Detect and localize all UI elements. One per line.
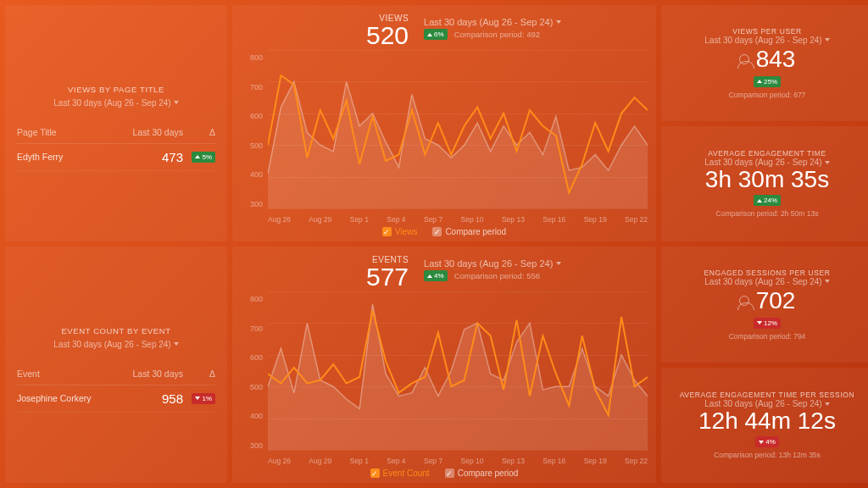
chevron-down-icon — [825, 161, 830, 164]
delta-badge: 12% — [754, 318, 781, 329]
chart-plot-events: Aug 26Aug 29Sep 1Sep 4Sep 7Sep 10Sep 13S… — [268, 291, 648, 465]
stat-value: 12h 44m 12s — [698, 408, 836, 435]
user-icon — [739, 54, 749, 64]
comparison-label: Comparison period: 492 — [454, 30, 540, 39]
legend-views[interactable]: ✓Views — [382, 227, 418, 236]
chart-total: 577 — [366, 264, 409, 290]
panel-title: EVENT COUNT BY EVENT — [17, 326, 215, 336]
delta-badge: 4% — [424, 270, 448, 281]
checkbox-icon: ✓ — [382, 227, 392, 236]
events-by-event-panel: EVENT COUNT BY EVENT Last 30 days (Aug 2… — [5, 247, 227, 483]
date-range-selector[interactable]: Last 30 days (Aug 26 - Sep 24) — [704, 36, 829, 45]
delta-badge: 4% — [755, 436, 779, 447]
chevron-down-icon — [825, 280, 830, 283]
views-by-page-panel: VIEWS BY PAGE TITLE Last 30 days (Aug 26… — [5, 5, 227, 241]
legend-compare[interactable]: ✓Compare period — [432, 227, 506, 236]
views-chart-panel: VIEWS 520 Last 30 days (Aug 26 - Sep 24)… — [232, 5, 656, 241]
legend-event-count[interactable]: ✓Event Count — [370, 469, 430, 478]
stat-value: 702 — [756, 288, 796, 314]
delta-badge: 5% — [192, 152, 215, 163]
y-axis: 800700600500400300 — [241, 291, 268, 465]
chart-total: 520 — [366, 23, 409, 48]
x-axis: Aug 26Aug 29Sep 1Sep 4Sep 7Sep 10Sep 13S… — [268, 457, 648, 465]
delta-badge: 25% — [754, 76, 781, 87]
chevron-down-icon — [556, 262, 561, 265]
date-range-selector[interactable]: Last 30 days (Aug 26 - Sep 24) — [704, 277, 829, 286]
date-range-selector[interactable]: Last 30 days (Aug 26 - Sep 24) — [424, 258, 561, 269]
table-header: EventLast 30 daysΔ — [17, 363, 215, 385]
delta-badge: 6% — [424, 29, 448, 40]
table-row[interactable]: Edyth Ferry 473 5% — [17, 144, 215, 171]
date-range-selector[interactable]: Last 30 days (Aug 26 - Sep 24) — [424, 17, 561, 27]
panel-title: VIEWS BY PAGE TITLE — [17, 85, 215, 94]
avg-session-time-panel: AVERAGE ENGAGEMENT TIME PER SESSION Last… — [661, 368, 868, 484]
chevron-down-icon — [174, 101, 179, 104]
stat-value: 843 — [756, 47, 796, 73]
checkbox-icon: ✓ — [370, 469, 380, 478]
chevron-down-icon — [825, 38, 830, 42]
chart-plot-views: Aug 26Aug 29Sep 1Sep 4Sep 7Sep 10Sep 13S… — [268, 50, 648, 224]
events-chart-panel: EVENTS 577 Last 30 days (Aug 26 - Sep 24… — [232, 247, 656, 483]
views-per-user-panel: VIEWS PER USER Last 30 days (Aug 26 - Se… — [661, 5, 868, 121]
checkbox-icon: ✓ — [432, 227, 442, 236]
y-axis: 800700600500400300 — [241, 50, 268, 224]
comparison-label: Comparison period: 556 — [454, 271, 540, 280]
delta-badge: 1% — [192, 393, 215, 404]
svg-marker-1 — [268, 304, 648, 450]
chevron-down-icon — [825, 402, 830, 406]
row-name: Edyth Ferry — [17, 152, 124, 162]
svg-marker-0 — [268, 81, 648, 208]
row-name: Josephine Corkery — [17, 393, 124, 403]
chevron-down-icon — [174, 342, 179, 346]
legend-compare[interactable]: ✓Compare period — [445, 469, 519, 478]
table-row[interactable]: Josephine Corkery 958 1% — [17, 385, 215, 413]
row-value: 473 — [124, 150, 183, 164]
sessions-per-user-panel: ENGAGED SESSIONS PER USER Last 30 days (… — [661, 247, 868, 363]
delta-badge: 24% — [754, 195, 781, 206]
chevron-down-icon — [556, 20, 561, 24]
row-value: 958 — [124, 391, 183, 406]
checkbox-icon: ✓ — [445, 469, 454, 478]
user-icon — [739, 296, 749, 306]
avg-engagement-panel: AVERAGE ENGAGEMENT TIME Last 30 days (Au… — [661, 126, 868, 242]
x-axis: Aug 26Aug 29Sep 1Sep 4Sep 7Sep 10Sep 13S… — [268, 215, 648, 224]
table-header: Page TitleLast 30 daysΔ — [17, 121, 215, 144]
date-range-selector[interactable]: Last 30 days (Aug 26 - Sep 24) — [53, 98, 178, 108]
date-range-selector[interactable]: Last 30 days (Aug 26 - Sep 24) — [53, 340, 178, 349]
stat-value: 3h 30m 35s — [705, 167, 829, 193]
